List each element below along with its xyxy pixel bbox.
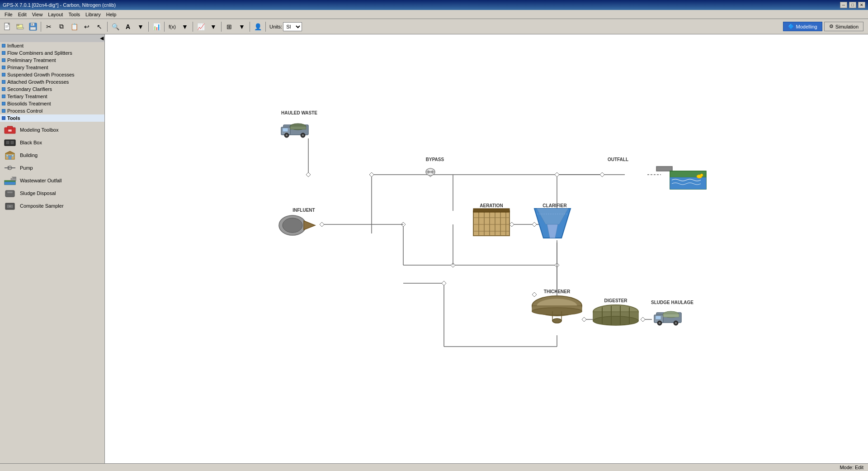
black-box-icon	[4, 138, 16, 147]
sidebar-label-tertiary: Tertiary Treatment	[7, 94, 47, 99]
menu-view[interactable]: View	[29, 11, 46, 18]
paste-button[interactable]: 📋	[68, 21, 80, 33]
main-layout: ◀ Influent Flow Combiners and Splitters …	[0, 34, 868, 471]
sidebar-item-influent[interactable]: Influent	[0, 42, 104, 49]
menu-file[interactable]: File	[2, 11, 15, 18]
open-button[interactable]	[14, 21, 26, 33]
chart-button[interactable]: 📈	[195, 21, 207, 33]
svg-rect-15	[5, 140, 15, 146]
sidebar-label-preliminary: Preliminary Treatment	[7, 57, 56, 63]
connector-1	[306, 172, 311, 177]
influent-node	[279, 215, 315, 235]
svg-marker-67	[442, 281, 446, 285]
tool-building[interactable]: Building	[2, 149, 103, 162]
statusbar: Mode: Edit	[0, 463, 868, 471]
units-select[interactable]: SI US	[283, 22, 302, 31]
view-arrow[interactable]: ▼	[236, 21, 248, 33]
select-button[interactable]: ↖	[94, 21, 105, 33]
new-button[interactable]	[2, 21, 14, 33]
font-button[interactable]: A	[122, 21, 134, 33]
maximize-button[interactable]: □	[849, 2, 856, 8]
sidebar-item-biosolids[interactable]: Biosolids Treatment	[0, 100, 104, 107]
connector-5	[582, 317, 586, 322]
wastewater-outfall-icon	[4, 176, 16, 186]
sidebar-item-preliminary[interactable]: Preliminary Treatment	[0, 57, 104, 64]
svg-rect-70	[283, 128, 288, 132]
tool-sludge-disposal[interactable]: Sludge Disposal	[2, 187, 103, 200]
person-button[interactable]: 👤	[252, 21, 264, 33]
tertiary-bullet	[2, 95, 5, 98]
svg-marker-40	[369, 172, 374, 177]
secondary-bullet	[2, 87, 5, 91]
hauled-waste-node	[281, 124, 308, 138]
sidebar-item-attached[interactable]: Attached Growth Processes	[0, 78, 104, 86]
svg-point-35	[9, 205, 11, 207]
svg-point-109	[593, 316, 638, 325]
menu-help[interactable]: Help	[104, 11, 119, 18]
separator-6	[221, 22, 222, 32]
svg-rect-32	[7, 191, 13, 193]
tool-black-box[interactable]: Black Box	[2, 136, 103, 149]
black-box-label: Black Box	[20, 140, 42, 145]
save-button[interactable]	[27, 21, 39, 33]
sidebar-item-tertiary[interactable]: Tertiary Treatment	[0, 93, 104, 100]
sludge-haulage-label: SLUDGE HAULAGE	[651, 300, 693, 305]
window-controls[interactable]: ─ □ ✕	[840, 2, 865, 8]
close-button[interactable]: ✕	[858, 2, 865, 8]
svg-rect-22	[12, 155, 14, 157]
menu-library[interactable]: Library	[83, 11, 104, 18]
modelling-button[interactable]: 🔷 Modelling	[783, 22, 822, 31]
menu-layout[interactable]: Layout	[45, 11, 66, 18]
diagram-canvas[interactable]: HAULED WASTE BYPASS OUTFALL INFLUENT AER…	[105, 34, 868, 471]
sidebar-item-tools[interactable]: Tools	[0, 114, 104, 122]
svg-rect-27	[5, 182, 15, 185]
font-arrow[interactable]: ▼	[135, 21, 146, 33]
function-button[interactable]: f(x)	[166, 21, 178, 33]
undo-button[interactable]: ↩	[81, 21, 93, 33]
aeration-label: AERATION	[480, 203, 503, 208]
tool-composite-sampler[interactable]: Composite Sampler	[2, 200, 103, 212]
menu-tools[interactable]: Tools	[66, 11, 83, 18]
modelling-icon: 🔷	[788, 24, 794, 29]
influent-bullet	[2, 44, 5, 48]
sidebar-label-influent: Influent	[7, 43, 24, 48]
building-label: Building	[20, 152, 38, 158]
tool-pump[interactable]: Pump	[2, 162, 103, 174]
titlebar: GPS-X 7.0.1 [02cn4-dig*] - Carbon, Nitro…	[0, 0, 868, 10]
sidebar-item-secondary[interactable]: Secondary Clarifiers	[0, 86, 104, 93]
svg-rect-16	[6, 141, 9, 144]
cut-button[interactable]: ✂	[43, 21, 55, 33]
search-button[interactable]: 🔍	[109, 21, 121, 33]
sidebar-collapse[interactable]: ◀	[0, 34, 104, 42]
chart-arrow[interactable]: ▼	[208, 21, 219, 33]
menu-edit[interactable]: Edit	[15, 11, 29, 18]
separator-1	[41, 22, 41, 32]
sidebar: ◀ Influent Flow Combiners and Splitters …	[0, 34, 105, 471]
tool-modeling-toolbox[interactable]: Modeling Toolbox	[2, 124, 103, 136]
suspended-bullet	[2, 73, 5, 76]
function-arrow[interactable]: ▼	[179, 21, 191, 33]
svg-rect-10	[32, 24, 33, 25]
export-button[interactable]: 📊	[151, 21, 162, 33]
sidebar-item-primary[interactable]: Primary Treatment	[0, 64, 104, 71]
sidebar-label-attached: Attached Growth Processes	[7, 79, 69, 85]
view-button[interactable]: ⊞	[223, 21, 235, 33]
tools-bullet	[2, 116, 5, 120]
biosolids-bullet	[2, 102, 5, 105]
svg-point-118	[659, 322, 660, 324]
copy-button[interactable]: ⧉	[56, 21, 67, 33]
svg-marker-45	[509, 222, 514, 227]
svg-rect-4	[5, 27, 8, 28]
svg-rect-17	[11, 141, 14, 144]
simulation-button[interactable]: ⚙ Simulation	[824, 22, 863, 31]
process-control-bullet	[2, 109, 5, 113]
minimize-button[interactable]: ─	[840, 2, 847, 8]
separator-2	[107, 22, 108, 32]
separator-8	[265, 22, 266, 32]
sidebar-item-process-control[interactable]: Process Control	[0, 107, 104, 114]
tool-wastewater-outfall[interactable]: Wastewater Outfall	[2, 174, 103, 187]
svg-marker-83	[304, 221, 315, 230]
sidebar-item-flow-combiners[interactable]: Flow Combiners and Splitters	[0, 49, 104, 57]
svg-rect-116	[656, 316, 661, 319]
sidebar-item-suspended[interactable]: Suspended Growth Processes	[0, 71, 104, 78]
